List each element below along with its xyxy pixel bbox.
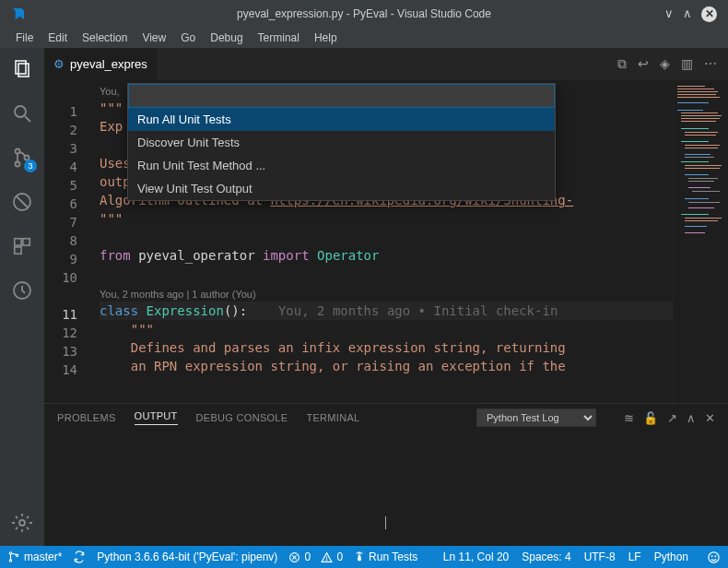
svg-rect-9 xyxy=(15,239,21,245)
tab-action-split-icon[interactable]: ▥ xyxy=(681,56,693,72)
svg-rect-0 xyxy=(16,61,26,74)
status-python-env[interactable]: Python 3.6.6 64-bit ('PyEval': pipenv) xyxy=(97,550,277,563)
scm-badge: 3 xyxy=(24,160,37,172)
activity-scm-icon[interactable]: 3 xyxy=(10,146,34,170)
menu-edit[interactable]: Edit xyxy=(41,30,74,46)
svg-point-14 xyxy=(9,552,11,554)
tab-action-compare-icon[interactable]: ⧉ xyxy=(617,56,627,72)
panel-tab-terminal[interactable]: TERMINAL xyxy=(306,412,359,423)
tab-bar: ⚙ pyeval_expres ⧉ ↩ ◈ ▥ ⋯ xyxy=(44,48,728,80)
activity-settings-icon[interactable] xyxy=(10,511,34,535)
palette-option-run-method[interactable]: Run Unit Test Method ... xyxy=(128,154,555,177)
menu-bar: File Edit Selection View Go Debug Termin… xyxy=(0,28,728,48)
tab-pyeval-expression[interactable]: ⚙ pyeval_expres xyxy=(44,48,157,80)
window-maximize-icon[interactable]: ∧ xyxy=(683,6,692,22)
menu-debug[interactable]: Debug xyxy=(204,30,249,46)
menu-file[interactable]: File xyxy=(9,30,40,46)
svg-rect-1 xyxy=(18,64,29,77)
svg-point-21 xyxy=(327,559,328,560)
status-feedback-icon[interactable] xyxy=(707,550,721,564)
panel-tab-debug-console[interactable]: DEBUG CONSOLE xyxy=(196,412,288,423)
window-close-icon[interactable]: ✕ xyxy=(701,6,717,22)
app-icon xyxy=(0,6,37,21)
tab-label: pyeval_expres xyxy=(70,57,147,71)
palette-option-discover[interactable]: Discover Unit Tests xyxy=(128,131,555,154)
status-problems[interactable]: 0 0 xyxy=(288,550,343,563)
activity-bar: 3 xyxy=(0,48,44,546)
minimap[interactable] xyxy=(673,80,728,403)
svg-point-24 xyxy=(715,555,716,556)
panel-open-icon[interactable]: ↗ xyxy=(667,411,677,425)
code-lens-class[interactable]: You, 2 months ago | 1 author (You) xyxy=(100,283,673,302)
bottom-panel: PROBLEMS OUTPUT DEBUG CONSOLE TERMINAL P… xyxy=(44,403,728,546)
title-bar: pyeval_expression.py - PyEval - Visual S… xyxy=(0,0,728,28)
svg-point-16 xyxy=(16,554,18,556)
output-body[interactable] xyxy=(44,432,728,546)
menu-go[interactable]: Go xyxy=(174,30,202,46)
tab-action-diff-icon[interactable]: ◈ xyxy=(660,56,670,72)
svg-point-22 xyxy=(709,551,719,562)
window-title: pyeval_expression.py - PyEval - Visual S… xyxy=(237,7,491,20)
status-indent[interactable]: Spaces: 4 xyxy=(522,550,570,564)
svg-point-4 xyxy=(16,149,20,154)
activity-debug-icon[interactable] xyxy=(10,190,34,214)
panel-tab-output[interactable]: OUTPUT xyxy=(135,410,178,425)
text-cursor-icon xyxy=(385,516,386,529)
svg-point-2 xyxy=(15,106,26,117)
status-encoding[interactable]: UTF-8 xyxy=(584,550,616,564)
editor-main: ⚙ pyeval_expres ⧉ ↩ ◈ ▥ ⋯ 123 456 789 10… xyxy=(44,48,728,546)
status-run-tests[interactable]: Run Tests xyxy=(354,550,417,563)
svg-line-8 xyxy=(17,196,28,207)
window-minimize-icon[interactable]: ∨ xyxy=(664,6,674,22)
activity-test-icon[interactable] xyxy=(10,278,34,302)
svg-point-23 xyxy=(711,555,712,556)
status-eol[interactable]: LF xyxy=(628,550,641,564)
status-language[interactable]: Python xyxy=(654,550,688,564)
svg-line-3 xyxy=(25,116,30,122)
editor[interactable]: 123 456 789 10 1112 1314 You, """ Exp Us… xyxy=(44,80,728,403)
menu-selection[interactable]: Selection xyxy=(76,30,134,46)
activity-search-icon[interactable] xyxy=(10,101,34,125)
activity-explorer-icon[interactable] xyxy=(10,57,34,81)
panel-maximize-icon[interactable]: ∧ xyxy=(687,411,696,425)
panel-lock-icon[interactable]: 🔓 xyxy=(643,411,658,425)
tab-action-revert-icon[interactable]: ↩ xyxy=(638,56,649,72)
svg-rect-10 xyxy=(23,239,29,245)
activity-extensions-icon[interactable] xyxy=(10,234,34,258)
menu-help[interactable]: Help xyxy=(308,30,344,46)
svg-rect-11 xyxy=(15,247,21,254)
menu-view[interactable]: View xyxy=(135,30,172,46)
svg-point-15 xyxy=(9,560,11,562)
status-bar: master* Python 3.6.6 64-bit ('PyEval': p… xyxy=(0,546,728,568)
panel-close-icon[interactable]: ✕ xyxy=(705,411,715,425)
command-palette-input[interactable] xyxy=(128,84,555,108)
panel-clear-icon[interactable]: ≋ xyxy=(624,411,634,425)
output-channel-select[interactable]: Python Test Log xyxy=(476,408,596,427)
tab-action-more-icon[interactable]: ⋯ xyxy=(704,56,717,72)
palette-option-view-output[interactable]: View Unit Test Output xyxy=(128,177,555,200)
python-file-icon: ⚙ xyxy=(53,57,65,71)
line-gutter: 123 456 789 10 1112 1314 xyxy=(44,80,94,403)
command-palette: Run All Unit Tests Discover Unit Tests R… xyxy=(127,83,556,201)
panel-tab-problems[interactable]: PROBLEMS xyxy=(57,412,116,423)
svg-point-13 xyxy=(19,520,25,526)
palette-option-run-all[interactable]: Run All Unit Tests xyxy=(128,108,555,131)
status-sync-icon[interactable] xyxy=(73,550,86,563)
status-cursor-pos[interactable]: Ln 11, Col 20 xyxy=(443,550,509,564)
svg-point-5 xyxy=(16,162,20,167)
menu-terminal[interactable]: Terminal xyxy=(252,30,306,46)
status-branch[interactable]: master* xyxy=(7,550,62,563)
